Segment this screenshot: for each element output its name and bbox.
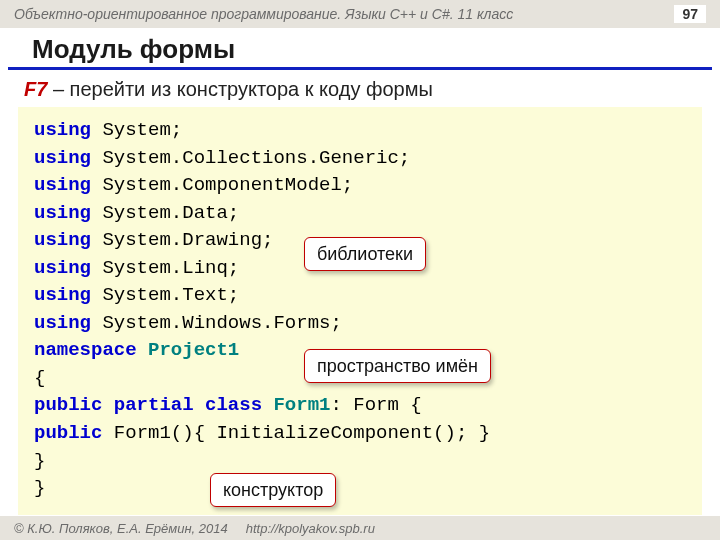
code-line: using System.ComponentModel; xyxy=(34,172,686,200)
callout-namespace: пространство имён xyxy=(304,349,491,383)
footer-url: http://kpolyakov.spb.ru xyxy=(246,521,375,536)
subtitle-text: – перейти из конструктора к коду формы xyxy=(47,78,432,100)
page-number: 97 xyxy=(674,5,706,23)
callout-libraries: библиотеки xyxy=(304,237,426,271)
slide-footer: © К.Ю. Поляков, Е.А. Ерёмин, 2014 http:/… xyxy=(0,516,720,540)
code-line: using System.Text; xyxy=(34,282,686,310)
callout-constructor: конструктор xyxy=(210,473,336,507)
hotkey-label: F7 xyxy=(24,78,47,100)
copyright: © К.Ю. Поляков, Е.А. Ерёмин, 2014 xyxy=(14,521,228,536)
course-title: Объектно-ориентированное программировани… xyxy=(14,6,513,22)
code-line: public Form1(){ InitializeComponent(); } xyxy=(34,420,686,448)
code-line: public partial class Form1: Form { xyxy=(34,392,686,420)
code-line: using System.Collections.Generic; xyxy=(34,145,686,173)
subtitle: F7 – перейти из конструктора к коду форм… xyxy=(0,76,720,107)
code-line: using System.Data; xyxy=(34,200,686,228)
code-block: using System; using System.Collections.G… xyxy=(18,107,702,515)
code-line: using System.Windows.Forms; xyxy=(34,310,686,338)
code-line: } xyxy=(34,475,686,503)
code-line: } xyxy=(34,448,686,476)
slide-header: Объектно-ориентированное программировани… xyxy=(0,0,720,28)
code-line: using System; xyxy=(34,117,686,145)
slide-title: Модуль формы xyxy=(8,28,712,70)
